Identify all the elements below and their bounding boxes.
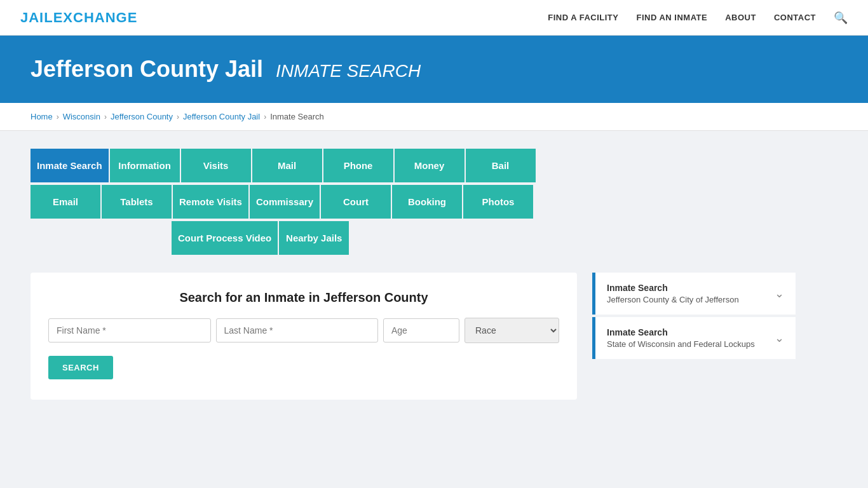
search-form: Race White Black Hispanic Asian Native A… [48,318,559,343]
sidebar-card-wisconsin-text: Inmate Search State of Wisconsin and Fed… [607,327,755,349]
nav-find-facility[interactable]: FIND A FACILITY [548,13,618,22]
nav-about[interactable]: ABOUT [725,13,756,22]
tab-commissary[interactable]: Commissary [250,185,320,219]
chevron-down-icon: ⌄ [775,287,784,301]
tab-email[interactable]: Email [31,185,100,219]
tab-row-1: Inmate Search Information Visits Mail Ph… [31,149,537,184]
chevron-down-icon-2: ⌄ [775,331,784,345]
search-panel: Search for an Inmate in Jefferson County… [31,273,577,400]
sidebar-card-jefferson-text: Inmate Search Jefferson County & City of… [607,283,739,304]
breadcrumb-home[interactable]: Home [31,112,53,121]
right-sidebar: Inmate Search Jefferson County & City of… [592,273,796,362]
page-title: Jefferson County Jail INMATE SEARCH [31,56,837,83]
first-name-input[interactable] [48,318,211,342]
tab-row-3: Court Process Video Nearby Jails [172,221,350,256]
breadcrumb-sep-4: › [264,112,266,121]
search-icon[interactable]: 🔍 [834,11,848,25]
breadcrumb-sep-2: › [104,112,107,121]
age-input[interactable] [383,318,459,342]
tab-court-process-video[interactable]: Court Process Video [172,221,278,255]
hero-tag-title: INMATE SEARCH [276,61,421,81]
tab-row-2: Email Tablets Remote Visits Commissary C… [31,185,534,220]
search-title: Search for an Inmate in Jefferson County [48,290,559,305]
tab-money[interactable]: Money [395,149,465,182]
breadcrumb: Home › Wisconsin › Jefferson County › Je… [0,103,868,131]
logo-jail: JAIL [20,10,53,25]
tab-visits[interactable]: Visits [181,149,251,182]
tab-phone[interactable]: Phone [323,149,393,182]
sidebar-card-wisconsin[interactable]: Inmate Search State of Wisconsin and Fed… [592,317,796,359]
tab-bail[interactable]: Bail [466,149,536,182]
sidebar-card-jefferson-sub: Jefferson County & City of Jefferson [607,295,739,304]
tab-nearby-jails[interactable]: Nearby Jails [279,221,349,255]
race-select[interactable]: Race White Black Hispanic Asian Native A… [465,318,559,343]
logo-exchange: EXCHANGE [53,10,138,25]
content-layout: Search for an Inmate in Jefferson County… [31,273,837,400]
nav-contact[interactable]: CONTACT [774,13,816,22]
hero-main-title: Jefferson County Jail [31,56,263,82]
last-name-input[interactable] [216,318,379,342]
tab-information[interactable]: Information [110,149,180,182]
breadcrumb-jefferson-county[interactable]: Jefferson County [111,112,173,121]
tab-tablets[interactable]: Tablets [102,185,172,219]
search-button[interactable]: SEARCH [48,356,113,379]
main-content: Inmate Search Information Visits Mail Ph… [0,131,868,417]
tab-inmate-search[interactable]: Inmate Search [31,149,109,182]
nav-links: FIND A FACILITY FIND AN INMATE ABOUT CON… [548,11,848,25]
breadcrumb-sep-3: › [177,112,179,121]
tab-photos[interactable]: Photos [463,185,533,219]
hero-banner: Jefferson County Jail INMATE SEARCH [0,36,868,103]
sidebar-card-jefferson-title: Inmate Search [607,283,739,293]
sidebar-card-jefferson[interactable]: Inmate Search Jefferson County & City of… [592,273,796,315]
tab-court[interactable]: Court [321,185,391,219]
breadcrumb-wisconsin[interactable]: Wisconsin [63,112,100,121]
breadcrumb-sep-1: › [57,112,59,121]
tab-booking[interactable]: Booking [392,185,462,219]
tab-remote-visits[interactable]: Remote Visits [173,185,248,219]
tab-mail[interactable]: Mail [252,149,322,182]
sidebar-card-wisconsin-sub: State of Wisconsin and Federal Lockups [607,339,755,349]
nav-find-inmate[interactable]: FIND AN INMATE [636,13,707,22]
sidebar-card-wisconsin-title: Inmate Search [607,327,755,337]
site-logo[interactable]: JAILEXCHANGE [20,10,137,26]
tab-grid: Inmate Search Information Visits Mail Ph… [31,149,583,257]
navbar: JAILEXCHANGE FIND A FACILITY FIND AN INM… [0,0,868,36]
breadcrumb-current: Inmate Search [270,112,324,121]
breadcrumb-jail[interactable]: Jefferson County Jail [183,112,260,121]
